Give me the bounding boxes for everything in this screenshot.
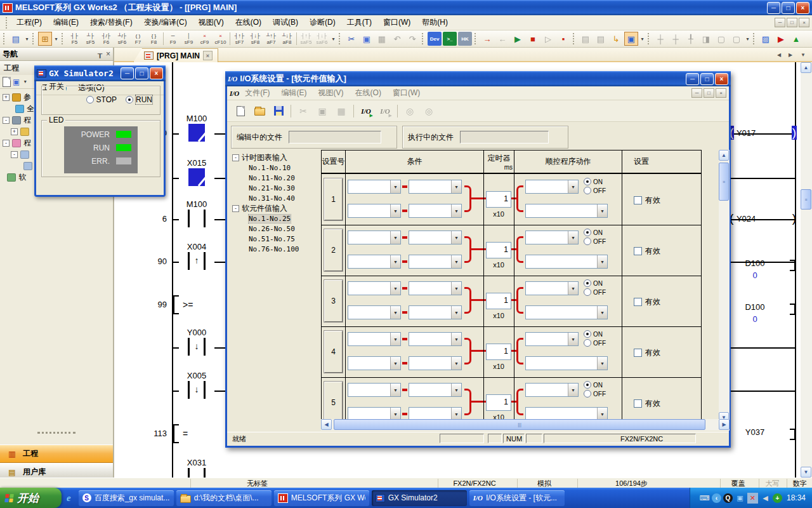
ladder-contact[interactable]: X004↑	[179, 242, 214, 270]
io-new-button[interactable]	[232, 103, 249, 119]
project-tree-toggle[interactable]: ⊞	[38, 32, 52, 46]
mdi-minimize-button[interactable]: ─	[775, 18, 785, 27]
dropdown-icon[interactable]: ▼	[451, 384, 461, 396]
collapse-icon[interactable]: -	[3, 140, 10, 147]
dropdown-icon[interactable]: ▼	[451, 231, 461, 244]
dropdown-icon[interactable]: ▼	[451, 282, 461, 295]
condition-device2-combo[interactable]: ▼	[348, 204, 401, 218]
dropdown-icon[interactable]: ▼	[451, 408, 461, 420]
main-minimize-button[interactable]: ─	[767, 2, 780, 14]
valid-checkbox[interactable]	[634, 349, 642, 357]
toolbar-overflow-icon[interactable]: ▾	[744, 36, 751, 42]
io-tree-item[interactable]: No.26-No.50	[232, 224, 320, 234]
valid-checkbox[interactable]	[634, 399, 642, 408]
dropdown-icon[interactable]: ▼	[390, 204, 400, 217]
device-monitor-button[interactable]: >_	[443, 32, 457, 46]
io-menu-3[interactable]: 在线(O)	[350, 86, 387, 100]
toolbar-overflow-icon[interactable]: ▾	[639, 36, 646, 42]
io-menu-2[interactable]: 视图(V)	[313, 86, 350, 100]
io-tree-item[interactable]: No.1-No.10	[232, 163, 320, 173]
main-menu-7[interactable]: 诊断(D)	[304, 15, 341, 30]
off-radio-circle[interactable]	[584, 339, 591, 347]
off-radio[interactable]: OFF	[584, 288, 606, 296]
device-comment-button[interactable]: Dev	[428, 32, 442, 46]
dropdown-icon[interactable]: ▼	[451, 255, 461, 268]
device-test-button[interactable]: HK	[458, 32, 472, 46]
on-radio[interactable]: ON	[584, 381, 603, 389]
valid-checkbox-field[interactable]: 有效	[634, 195, 660, 206]
condition-value-combo[interactable]: ▼	[409, 180, 462, 194]
collapse-icon[interactable]: -	[232, 154, 239, 161]
ladder-closed-branch-button[interactable]: ┴/├sF6	[115, 31, 129, 47]
tab-list-icon[interactable]: ▼	[798, 50, 808, 60]
main-menu-2[interactable]: 搜索/替换(F)	[84, 15, 138, 30]
output-coil[interactable]: ( Y017)	[723, 124, 797, 141]
condition-device-combo[interactable]: ▼	[348, 231, 401, 244]
ladder-delete-vline-button[interactable]: ×cF10	[213, 31, 228, 47]
running-file-input[interactable]	[460, 131, 549, 144]
ladder-contact[interactable]: Y000↓	[179, 328, 214, 356]
main-maximize-button[interactable]: □	[782, 2, 795, 14]
dropdown-icon[interactable]: ▼	[568, 384, 578, 396]
cut-button[interactable]: ✂	[344, 32, 358, 46]
main-menu-6[interactable]: 调试(B)	[267, 15, 304, 30]
io-tree-group-1[interactable]: -软元件值输入	[232, 203, 320, 213]
io-close-button[interactable]: ×	[715, 73, 728, 85]
on-radio[interactable]: ON	[584, 229, 603, 236]
taskbar-button-4[interactable]: I/OI/O系统设置 - [软元...	[469, 490, 565, 506]
vscroll-thumb[interactable]: ≡	[801, 189, 811, 210]
main-menu-9[interactable]: 窗口(W)	[377, 15, 416, 30]
dropdown-icon[interactable]: ▼	[597, 408, 607, 420]
off-radio-circle[interactable]	[584, 187, 591, 194]
ladder-instruction-button[interactable]: { }F8	[147, 31, 161, 47]
collapse-icon[interactable]: -	[11, 151, 18, 158]
volume-icon[interactable]: ◀	[760, 493, 771, 504]
dropdown-icon[interactable]: ▼	[451, 180, 461, 193]
ladder-open-branch-button[interactable]: ┴├sF5	[83, 31, 98, 47]
condition-value-combo[interactable]: ▼	[409, 332, 462, 346]
dropdown-icon[interactable]: ▼	[451, 306, 461, 319]
nav-new-icon[interactable]	[3, 77, 11, 87]
main-menu-3[interactable]: 变换/编译(C)	[138, 15, 193, 30]
io-tree-item[interactable]: No.21-No.30	[232, 183, 320, 193]
off-radio[interactable]: OFF	[584, 237, 606, 245]
io-exec-start-button[interactable]: I/O▶	[358, 103, 374, 119]
io-mdi-maximize-button[interactable]: □	[704, 88, 714, 98]
io-scroll-left-icon[interactable]: ◀	[321, 419, 332, 430]
on-radio[interactable]: ON	[584, 178, 603, 185]
taskbar-button-2[interactable]: MELSOFT系列 GX Wo...	[274, 490, 369, 506]
condition-value-combo[interactable]: ▼	[409, 383, 462, 397]
toolbar-overflow-icon[interactable]: ▾	[23, 36, 30, 42]
ladder-open-contact-button[interactable]: ┤├F5	[67, 31, 82, 47]
condition-value2-combo[interactable]: ▼	[409, 305, 462, 319]
monitor-start-button[interactable]: ▶	[511, 32, 525, 46]
write-to-plc-button[interactable]: →	[480, 32, 494, 46]
tab-prg-main[interactable]: [PRG] MAIN ×	[133, 48, 218, 62]
collapse-icon[interactable]: -	[232, 205, 239, 212]
io-dialog-titlebar[interactable]: I/O I/O系统设置 - [软元件值输入] ─□×	[225, 71, 731, 86]
on-radio-circle[interactable]	[584, 229, 591, 236]
ladder-hline-button[interactable]: ─F9	[166, 31, 180, 47]
condition-device-combo[interactable]: ▼	[348, 383, 401, 397]
expand-icon[interactable]: +	[3, 94, 10, 101]
dropdown-icon[interactable]: ▼	[597, 204, 607, 217]
dropdown-icon[interactable]: ▼	[390, 333, 400, 345]
start-button[interactable]: 开始	[0, 488, 62, 508]
valid-checkbox-field[interactable]: 有效	[634, 398, 660, 409]
action-device-combo[interactable]: ▼	[525, 231, 579, 244]
io-scroll-up-icon[interactable]: ▲	[719, 150, 729, 161]
dropdown-icon[interactable]: ▼	[568, 333, 578, 345]
on-radio-circle[interactable]	[584, 330, 591, 338]
condition-device-combo[interactable]: ▼	[348, 180, 401, 194]
io-hscroll-thumb[interactable]: |||	[334, 419, 705, 430]
toolbar-overflow-icon[interactable]: ▾	[330, 36, 337, 42]
stop-radio[interactable]	[86, 96, 94, 104]
io-menu-0[interactable]: 文件(F)	[239, 86, 275, 100]
on-radio-circle[interactable]	[584, 279, 591, 287]
alert-marker-button[interactable]: ▲	[789, 32, 803, 46]
condition-device-combo[interactable]: ▼	[348, 332, 401, 346]
valid-checkbox[interactable]	[634, 247, 642, 255]
io-tree-item[interactable]: No.76-No.100	[232, 244, 320, 254]
timer-value-input[interactable]: 1	[486, 293, 511, 309]
ladder-contact[interactable]: X015	[179, 158, 214, 186]
